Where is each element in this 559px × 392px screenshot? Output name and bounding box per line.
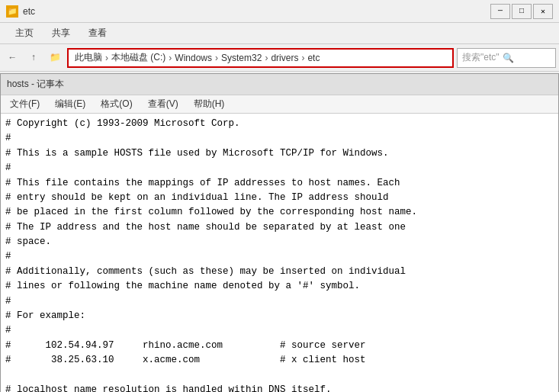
text-line: # lines or following the machine name de…: [5, 279, 554, 294]
notepad-title-bar: hosts - 记事本: [1, 74, 558, 95]
title-bar-controls: ─ □ ✕: [490, 4, 553, 19]
menu-help[interactable]: 帮助(H): [188, 96, 231, 112]
text-line: #: [5, 131, 554, 146]
address-path[interactable]: 此电脑 › 本地磁盘 (C:) › Windows › System32 › d…: [67, 48, 454, 68]
text-content[interactable]: # Copyright (c) 1993-2009 Microsoft Corp…: [1, 114, 558, 392]
text-line: # entry should be kept on an individual …: [5, 191, 554, 205]
folder-icon: 📁: [46, 49, 64, 67]
menu-view[interactable]: 查看(V): [142, 96, 185, 112]
path-part-etc: etc: [307, 53, 320, 63]
ribbon-tab-view[interactable]: 查看: [79, 24, 116, 43]
path-part-system32: System32: [221, 53, 262, 63]
text-line: # For example:: [5, 309, 554, 323]
menu-file[interactable]: 文件(F): [4, 96, 46, 112]
title-bar: 📁 etc ─ □ ✕: [0, 0, 559, 23]
up-button[interactable]: ↑: [24, 49, 43, 67]
text-line: #: [5, 249, 554, 264]
path-sep-4: ›: [265, 53, 268, 63]
address-bar: ← ↑ 📁 此电脑 › 本地磁盘 (C:) › Windows › System…: [0, 44, 559, 72]
path-part-windows: Windows: [175, 53, 212, 63]
text-line: # 38.25.63.10 x.acme.com # x client host: [5, 353, 554, 368]
path-part-drivers: drivers: [271, 53, 298, 63]
ribbon-tabs: 主页 共享 查看: [0, 23, 559, 44]
path-sep-3: ›: [215, 53, 218, 63]
path-sep-5: ›: [301, 53, 304, 63]
maximize-button[interactable]: □: [512, 4, 532, 19]
window-icon: 📁: [6, 5, 18, 18]
text-line: # 102.54.94.97 rhino.acme.com # source s…: [5, 339, 554, 353]
text-line: #: [5, 323, 554, 338]
notepad-title-text: hosts - 记事本: [7, 78, 64, 91]
ribbon-tab-home[interactable]: 主页: [6, 24, 43, 43]
text-line: #: [5, 161, 554, 175]
text-line: [5, 368, 554, 382]
menu-format[interactable]: 格式(O): [95, 96, 138, 112]
back-button[interactable]: ←: [3, 49, 21, 67]
text-line: # space.: [5, 235, 554, 249]
text-line: # This file contains the mappings of IP …: [5, 176, 554, 191]
path-part-computer: 此电脑: [75, 51, 102, 64]
search-icon: 🔍: [503, 53, 514, 63]
path-part-drive: 本地磁盘 (C:): [111, 51, 165, 64]
window-title: etc: [23, 6, 35, 17]
text-line: # Copyright (c) 1993-2009 Microsoft Corp…: [5, 117, 554, 131]
text-line: # Additionally, comments (such as these)…: [5, 265, 554, 279]
minimize-button[interactable]: ─: [490, 4, 510, 19]
close-button[interactable]: ✕: [533, 4, 553, 19]
ribbon-tab-share[interactable]: 共享: [43, 24, 79, 43]
path-sep-2: ›: [169, 53, 172, 63]
notepad-menu: 文件(F) 编辑(E) 格式(O) 查看(V) 帮助(H): [1, 95, 558, 114]
path-sep-1: ›: [105, 53, 108, 63]
text-line: # localhost name resolution is handled w…: [5, 383, 554, 392]
text-line: #: [5, 294, 554, 309]
text-line: # The IP address and the host name shoul…: [5, 220, 554, 235]
search-box[interactable]: 搜索"etc" 🔍: [457, 48, 556, 68]
text-line: # be placed in the first column followed…: [5, 205, 554, 220]
text-line: # This is a sample HOSTS file used by Mi…: [5, 146, 554, 161]
menu-edit[interactable]: 编辑(E): [49, 96, 92, 112]
search-placeholder: 搜索"etc": [462, 51, 500, 64]
notepad-window: hosts - 记事本 文件(F) 编辑(E) 格式(O) 查看(V) 帮助(H…: [0, 73, 559, 392]
